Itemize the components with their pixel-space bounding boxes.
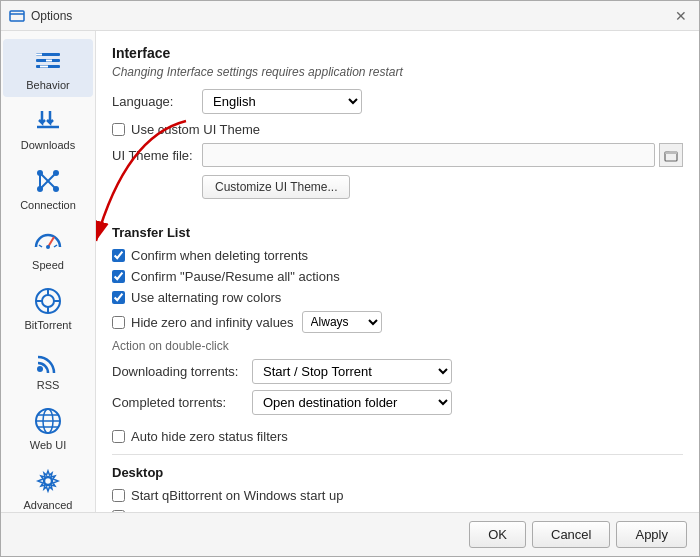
transfer-list-title: Transfer List bbox=[112, 225, 683, 240]
sidebar-label-downloads: Downloads bbox=[21, 139, 75, 151]
custom-theme-checkbox[interactable] bbox=[112, 123, 125, 136]
close-button[interactable]: ✕ bbox=[671, 6, 691, 26]
ui-theme-file-input[interactable] bbox=[202, 143, 655, 167]
confirm-delete-label: Confirm when deleting torrents bbox=[131, 248, 308, 263]
downloading-action-row: Downloading torrents: Start / Stop Torre… bbox=[112, 359, 683, 384]
show-splash-row: Show splash screen on start up bbox=[112, 509, 683, 512]
interface-subtitle: Changing Interface settings requires app… bbox=[112, 65, 683, 79]
svg-line-18 bbox=[39, 245, 42, 247]
svg-point-21 bbox=[42, 295, 54, 307]
svg-point-26 bbox=[37, 366, 43, 372]
completed-action-select[interactable]: Open destination folder bbox=[252, 390, 452, 415]
start-qbt-label: Start qBittorrent on Windows start up bbox=[131, 488, 343, 503]
start-qbt-row: Start qBittorrent on Windows start up bbox=[112, 488, 683, 503]
sidebar-item-bittorrent[interactable]: BitTorrent bbox=[3, 279, 93, 337]
sidebar-label-connection: Connection bbox=[20, 199, 76, 211]
transfer-list-section: Transfer List Confirm when deleting torr… bbox=[112, 225, 683, 444]
main-content: Behavior Downloads bbox=[1, 31, 699, 512]
titlebar-icon bbox=[9, 8, 25, 24]
sidebar-label-behavior: Behavior bbox=[26, 79, 69, 91]
downloads-icon bbox=[32, 105, 64, 137]
behavior-icon bbox=[32, 45, 64, 77]
confirm-pause-label: Confirm "Pause/Resume all" actions bbox=[131, 269, 340, 284]
svg-point-17 bbox=[46, 245, 50, 249]
rss-icon bbox=[32, 345, 64, 377]
show-splash-label: Show splash screen on start up bbox=[131, 509, 312, 512]
ui-theme-file-label: UI Theme file: bbox=[112, 148, 202, 163]
divider bbox=[112, 454, 683, 455]
sidebar-label-bittorrent: BitTorrent bbox=[24, 319, 71, 331]
auto-hide-label: Auto hide zero status filters bbox=[131, 429, 288, 444]
cancel-button[interactable]: Cancel bbox=[532, 521, 610, 548]
apply-button[interactable]: Apply bbox=[616, 521, 687, 548]
svg-rect-0 bbox=[10, 11, 24, 21]
sidebar-label-speed: Speed bbox=[32, 259, 64, 271]
desktop-title: Desktop bbox=[112, 465, 683, 480]
sidebar-label-advanced: Advanced bbox=[24, 499, 73, 511]
bittorrent-icon bbox=[32, 285, 64, 317]
options-window: Options ✕ Behavior bbox=[0, 0, 700, 557]
desktop-section: Desktop Start qBittorrent on Windows sta… bbox=[112, 465, 683, 512]
interface-title: Interface bbox=[112, 45, 683, 61]
connection-icon bbox=[32, 165, 64, 197]
alternating-rows-checkbox[interactable] bbox=[112, 291, 125, 304]
webui-icon bbox=[32, 405, 64, 437]
show-splash-checkbox[interactable] bbox=[112, 510, 125, 512]
auto-hide-row: Auto hide zero status filters bbox=[112, 429, 683, 444]
interface-section: Interface Changing Interface settings re… bbox=[112, 45, 683, 213]
content-wrapper: Interface Changing Interface settings re… bbox=[96, 31, 699, 512]
completed-label: Completed torrents: bbox=[112, 395, 252, 410]
sidebar-item-advanced[interactable]: Advanced bbox=[3, 459, 93, 512]
folder-icon bbox=[664, 148, 678, 162]
downloading-action-select[interactable]: Start / Stop Torrent bbox=[252, 359, 452, 384]
language-label: Language: bbox=[112, 94, 202, 109]
svg-point-32 bbox=[44, 477, 52, 485]
sidebar-label-webui: Web UI bbox=[30, 439, 66, 451]
auto-hide-checkbox[interactable] bbox=[112, 430, 125, 443]
alternating-rows-label: Use alternating row colors bbox=[131, 290, 281, 305]
confirm-pause-row: Confirm "Pause/Resume all" actions bbox=[112, 269, 683, 284]
ui-theme-file-row: UI Theme file: bbox=[112, 143, 683, 167]
hide-zero-label: Hide zero and infinity values bbox=[131, 315, 294, 330]
sidebar: Behavior Downloads bbox=[1, 31, 96, 512]
completed-action-row: Completed torrents: Open destination fol… bbox=[112, 390, 683, 415]
speed-icon bbox=[32, 225, 64, 257]
sidebar-item-speed[interactable]: Speed bbox=[3, 219, 93, 277]
ui-theme-browse-button[interactable] bbox=[659, 143, 683, 167]
footer: OK Cancel Apply bbox=[1, 512, 699, 556]
sidebar-item-connection[interactable]: Connection bbox=[3, 159, 93, 217]
alternating-rows-row: Use alternating row colors bbox=[112, 290, 683, 305]
sidebar-item-downloads[interactable]: Downloads bbox=[3, 99, 93, 157]
ok-button[interactable]: OK bbox=[469, 521, 526, 548]
svg-line-19 bbox=[54, 245, 57, 247]
sidebar-item-webui[interactable]: Web UI bbox=[3, 399, 93, 457]
confirm-pause-checkbox[interactable] bbox=[112, 270, 125, 283]
downloading-label: Downloading torrents: bbox=[112, 364, 252, 379]
language-row: Language: English bbox=[112, 89, 683, 114]
confirm-delete-row: Confirm when deleting torrents bbox=[112, 248, 683, 263]
sidebar-item-behavior[interactable]: Behavior bbox=[3, 39, 93, 97]
sidebar-item-rss[interactable]: RSS bbox=[3, 339, 93, 397]
advanced-icon bbox=[32, 465, 64, 497]
titlebar: Options ✕ bbox=[1, 1, 699, 31]
customize-ui-theme-button[interactable]: Customize UI Theme... bbox=[202, 175, 350, 199]
custom-theme-label: Use custom UI Theme bbox=[131, 122, 260, 137]
custom-theme-row: Use custom UI Theme bbox=[112, 122, 683, 137]
hide-zero-select[interactable]: Always bbox=[302, 311, 382, 333]
sidebar-label-rss: RSS bbox=[37, 379, 60, 391]
confirm-delete-checkbox[interactable] bbox=[112, 249, 125, 262]
language-select[interactable]: English bbox=[202, 89, 362, 114]
window-title: Options bbox=[31, 9, 671, 23]
content-area: Interface Changing Interface settings re… bbox=[96, 31, 699, 512]
action-double-click-title: Action on double-click bbox=[112, 339, 683, 353]
hide-zero-checkbox[interactable] bbox=[112, 316, 125, 329]
hide-zero-row: Hide zero and infinity values Always bbox=[112, 311, 683, 333]
start-qbt-checkbox[interactable] bbox=[112, 489, 125, 502]
